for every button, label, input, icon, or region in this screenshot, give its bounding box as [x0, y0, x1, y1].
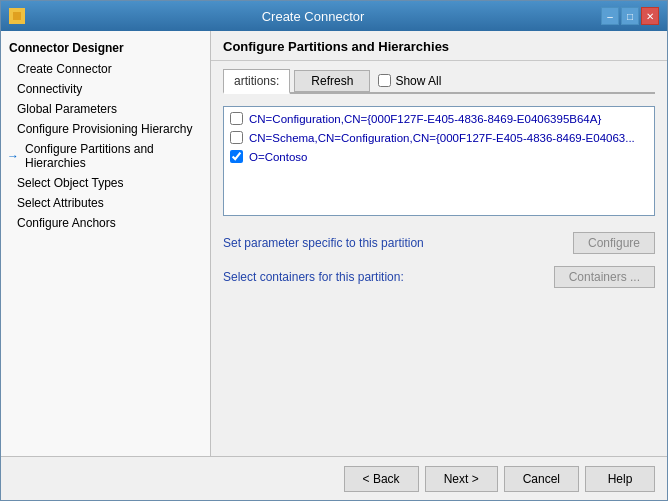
app-icon [9, 8, 25, 24]
partition-label-1: CN=Configuration,CN={000F127F-E405-4836-… [249, 113, 601, 125]
sidebar-item-label: Connectivity [17, 82, 82, 96]
tab-partitions[interactable]: artitions: [223, 69, 290, 94]
back-button[interactable]: < Back [344, 466, 419, 492]
tab-area: artitions: Refresh Show All [223, 69, 655, 94]
sidebar-item-configure-partitions[interactable]: → Configure Partitions and Hierarchies [1, 139, 210, 173]
select-containers-label: Select containers for this partition: [223, 270, 404, 284]
partition-label-2: CN=Schema,CN=Configuration,CN={000F127F-… [249, 132, 635, 144]
partition-actions: Set parameter specific to this partition… [223, 224, 655, 296]
set-parameter-label: Set parameter specific to this partition [223, 236, 424, 250]
partitions-list: CN=Configuration,CN={000F127F-E405-4836-… [223, 106, 655, 216]
partition-checkbox-2[interactable] [230, 131, 243, 144]
minimize-button[interactable]: – [601, 7, 619, 25]
active-arrow-icon: → [7, 149, 19, 163]
sidebar-item-label: Create Connector [17, 62, 112, 76]
sidebar-item-label: Configure Partitions and Hierarchies [25, 142, 202, 170]
title-bar: Create Connector – □ ✕ [1, 1, 667, 31]
list-item: O=Contoso [226, 147, 652, 166]
containers-button[interactable]: Containers ... [554, 266, 655, 288]
sidebar-header: Connector Designer [1, 35, 210, 59]
list-item: CN=Schema,CN=Configuration,CN={000F127F-… [226, 128, 652, 147]
partition-checkbox-1[interactable] [230, 112, 243, 125]
containers-row: Select containers for this partition: Co… [223, 266, 655, 288]
svg-rect-1 [13, 12, 21, 20]
sidebar: Connector Designer Create Connector Conn… [1, 31, 211, 456]
sidebar-item-global-parameters[interactable]: Global Parameters [1, 99, 210, 119]
cancel-button[interactable]: Cancel [504, 466, 579, 492]
main-header: Configure Partitions and Hierarchies [211, 31, 667, 61]
sidebar-item-configure-anchors[interactable]: Configure Anchors [1, 213, 210, 233]
next-button[interactable]: Next > [425, 466, 498, 492]
window-controls: – □ ✕ [601, 7, 659, 25]
window-title: Create Connector [25, 9, 601, 24]
sidebar-item-label: Configure Provisioning Hierarchy [17, 122, 192, 136]
sidebar-item-configure-provisioning-hierarchy[interactable]: Configure Provisioning Hierarchy [1, 119, 210, 139]
show-all-label: Show All [395, 74, 441, 88]
help-button[interactable]: Help [585, 466, 655, 492]
show-all-area: Show All [378, 74, 441, 88]
tab-label-text: artitions: [234, 74, 279, 88]
sidebar-item-label: Global Parameters [17, 102, 117, 116]
sidebar-item-select-object-types[interactable]: Select Object Types [1, 173, 210, 193]
main-panel: Configure Partitions and Hierarchies art… [211, 31, 667, 456]
refresh-button[interactable]: Refresh [294, 70, 370, 92]
sidebar-item-label: Configure Anchors [17, 216, 116, 230]
configure-row: Set parameter specific to this partition… [223, 232, 655, 254]
maximize-button[interactable]: □ [621, 7, 639, 25]
content-area: Connector Designer Create Connector Conn… [1, 31, 667, 456]
sidebar-item-create-connector[interactable]: Create Connector [1, 59, 210, 79]
sidebar-item-label: Select Attributes [17, 196, 104, 210]
main-window: Create Connector – □ ✕ Connector Designe… [0, 0, 668, 501]
sidebar-item-label: Select Object Types [17, 176, 124, 190]
configure-button[interactable]: Configure [573, 232, 655, 254]
sidebar-item-select-attributes[interactable]: Select Attributes [1, 193, 210, 213]
sidebar-item-connectivity[interactable]: Connectivity [1, 79, 210, 99]
main-content: artitions: Refresh Show All CN=Configura… [211, 61, 667, 456]
close-button[interactable]: ✕ [641, 7, 659, 25]
show-all-checkbox[interactable] [378, 74, 391, 87]
partition-label-3: O=Contoso [249, 151, 308, 163]
partition-checkbox-3[interactable] [230, 150, 243, 163]
footer-bar: < Back Next > Cancel Help [1, 456, 667, 500]
list-item: CN=Configuration,CN={000F127F-E405-4836-… [226, 109, 652, 128]
